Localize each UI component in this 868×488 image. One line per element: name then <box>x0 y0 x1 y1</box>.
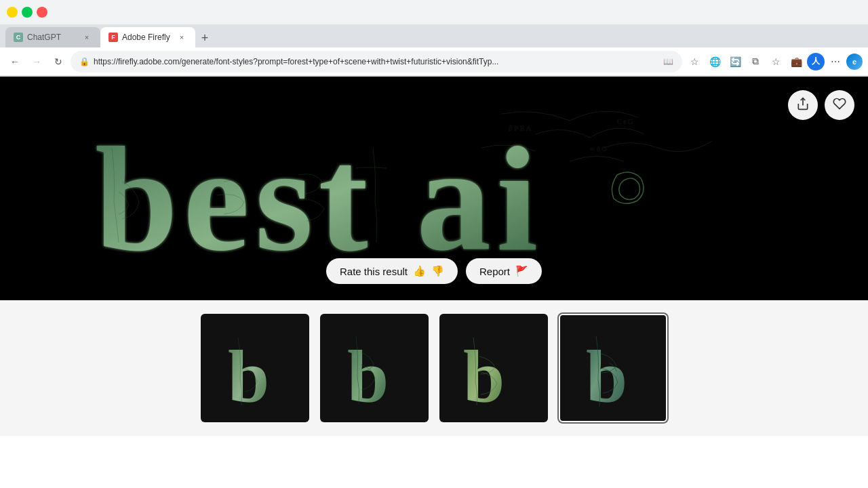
nav-extras: ☆ 🌐 🔄 ⧉ ☆ 💼 人 ⋯ e <box>685 52 863 71</box>
tab-chatgpt[interactable]: C ChatGPT × <box>5 27 100 47</box>
svg-text:best ai: best ai <box>95 117 543 282</box>
report-label: Report <box>479 266 510 277</box>
star-button[interactable]: ☆ <box>685 52 704 71</box>
profile-button[interactable]: 人 <box>807 53 825 70</box>
share-icon <box>796 97 810 114</box>
thumbnail-4-svg: b <box>576 324 650 412</box>
collections-button[interactable]: 🌐 <box>705 52 724 71</box>
favorites-button[interactable]: ☆ <box>766 52 785 71</box>
edge-logo: e <box>846 54 863 70</box>
svg-text:∞ d O: ∞ d O <box>590 145 606 152</box>
nav-bar: ← → ↻ 🔒 📖 ☆ 🌐 🔄 ⧉ ☆ 💼 人 ⋯ e <box>0 47 868 76</box>
thumbnail-2-svg: b <box>337 324 412 412</box>
firefly-favicon: F <box>108 33 118 42</box>
extensions-button[interactable]: 🔄 <box>726 52 745 71</box>
rate-label: Rate this result <box>340 266 408 277</box>
tabs-bar: C ChatGPT × F Adobe Firefly × + <box>0 24 868 47</box>
chatgpt-tab-close[interactable]: × <box>81 32 92 43</box>
browser-chrome: − □ × C ChatGPT × F Adobe Firefly × + ← … <box>0 0 868 77</box>
thumbnail-4[interactable]: b <box>559 314 667 422</box>
share-button[interactable] <box>788 90 818 120</box>
back-button[interactable]: ← <box>5 52 24 71</box>
firefly-tab-label: Adobe Firefly <box>122 33 172 42</box>
report-button[interactable]: Report 🚩 <box>466 258 542 284</box>
svg-text:b: b <box>347 336 389 412</box>
thumbnail-3[interactable]: b <box>439 314 548 422</box>
tab-firefly[interactable]: F Adobe Firefly × <box>100 27 195 47</box>
window-controls: − □ × <box>7 7 47 18</box>
svg-text:b: b <box>586 336 627 412</box>
chatgpt-tab-label: ChatGPT <box>27 33 77 42</box>
new-tab-button[interactable]: + <box>195 28 214 47</box>
rate-button[interactable]: Rate this result 👍 👎 <box>326 258 458 284</box>
action-buttons: Rate this result 👍 👎 Report 🚩 <box>326 258 542 284</box>
tab-search-button[interactable]: ⧉ <box>746 52 765 71</box>
thumbs-up-icon: 👍 <box>413 265 426 277</box>
thumbnail-1[interactable]: b <box>201 314 309 422</box>
firefly-tab-close[interactable]: × <box>176 32 187 43</box>
maximize-button[interactable]: □ <box>22 7 33 18</box>
flag-icon: 🚩 <box>515 265 528 277</box>
thumbs-down-icon: 👎 <box>431 265 444 277</box>
close-button[interactable]: × <box>37 7 47 18</box>
more-button[interactable]: ⋯ <box>826 52 845 71</box>
reader-icon[interactable]: 📖 <box>663 57 673 66</box>
overlay-actions <box>788 90 854 120</box>
svg-text:C e G: C e G <box>617 118 633 125</box>
thumbnails-section: b <box>0 300 868 436</box>
page-content: ∂ P E A C e G ∞ d O best ai <box>0 77 868 488</box>
address-bar-wrapper[interactable]: 🔒 📖 <box>71 51 682 73</box>
svg-text:b: b <box>228 336 269 412</box>
thumbnail-1-svg: b <box>218 324 292 412</box>
thumbnail-3-svg: b <box>456 324 531 412</box>
heart-icon <box>833 97 846 114</box>
title-bar: − □ × <box>0 0 868 24</box>
chatgpt-favicon: C <box>14 33 23 42</box>
refresh-button[interactable]: ↻ <box>49 52 68 71</box>
forward-button[interactable]: → <box>27 52 46 71</box>
lock-icon: 🔒 <box>79 57 90 66</box>
minimize-button[interactable]: − <box>7 7 18 18</box>
like-button[interactable] <box>825 90 854 120</box>
wallet-button[interactable]: 💼 <box>787 52 806 71</box>
thumbnail-2[interactable]: b <box>320 314 429 422</box>
address-bar[interactable] <box>94 57 659 66</box>
main-image-area: ∂ P E A C e G ∞ d O best ai <box>0 77 868 300</box>
best-ai-svg: ∂ P E A C e G ∞ d O best ai <box>61 94 807 283</box>
